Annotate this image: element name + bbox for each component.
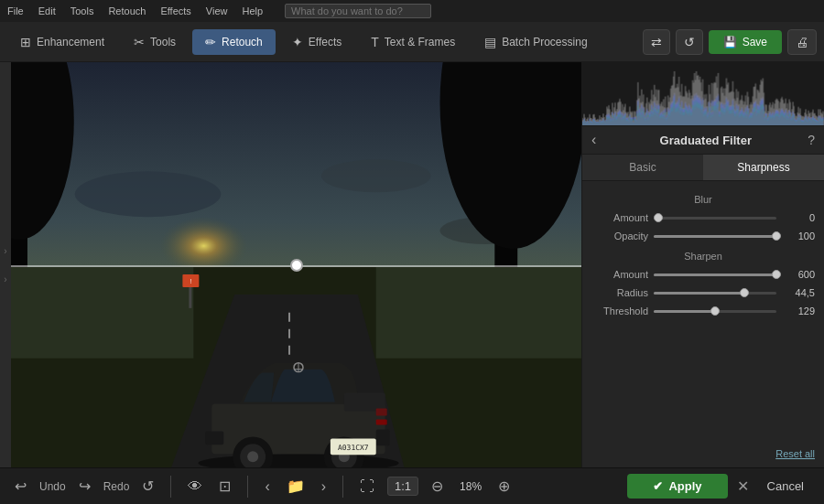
text-frames-icon: T xyxy=(371,35,379,49)
svg-rect-10 xyxy=(11,267,193,359)
reset-rotate-button[interactable]: ↺ xyxy=(138,476,157,497)
batch-icon: ▤ xyxy=(484,35,496,49)
toolbar-icon-btn-2[interactable]: ↺ xyxy=(676,29,703,55)
bottom-divider-3 xyxy=(342,476,343,498)
svg-point-23 xyxy=(247,451,258,462)
enhancement-icon: ⊞ xyxy=(20,35,31,49)
sharpen-radius-slider[interactable] xyxy=(654,292,776,295)
bottom-divider-2 xyxy=(247,476,248,498)
effects-icon: ✦ xyxy=(292,35,303,49)
canvas-area[interactable]: А031СХ7 ! xyxy=(11,62,581,467)
sharpen-threshold-slider[interactable] xyxy=(654,310,776,313)
menu-help[interactable]: Help xyxy=(242,5,263,16)
sharpen-section-label: Sharpen xyxy=(582,245,824,265)
left-arrow-icon-2: › xyxy=(4,274,6,284)
svg-rect-19 xyxy=(205,431,223,445)
gradient-filter-handle[interactable] xyxy=(290,259,303,272)
sharpen-radius-value: 44,5 xyxy=(782,287,815,298)
menu-retouch[interactable]: Retouch xyxy=(108,5,146,16)
reset-all-link[interactable]: Reset all xyxy=(775,448,815,459)
sharpen-amount-row: Amount 600 xyxy=(582,265,824,284)
svg-point-2 xyxy=(75,171,221,217)
blur-amount-value: 0 xyxy=(782,212,815,223)
sharpen-amount-value: 600 xyxy=(782,269,815,280)
cancel-button[interactable]: Cancel xyxy=(758,474,813,499)
left-collapse-panel[interactable]: › › xyxy=(0,62,11,467)
panel-tabs: Basic Sharpness xyxy=(582,155,824,181)
zoom-out-button[interactable]: ⊖ xyxy=(428,476,447,497)
sharpen-radius-label: Radius xyxy=(591,287,648,298)
tool-retouch[interactable]: ✏ Retouch xyxy=(192,29,276,55)
sharpen-amount-slider[interactable] xyxy=(654,273,776,276)
tool-tools[interactable]: ✂ Tools xyxy=(121,29,189,55)
undo-button[interactable]: ↩ xyxy=(11,476,30,497)
tools-icon: ✂ xyxy=(134,35,145,49)
save-icon: 💾 xyxy=(723,36,737,48)
apply-button[interactable]: ✔ Apply xyxy=(627,474,727,499)
histogram-canvas xyxy=(582,62,824,125)
sharpen-threshold-row: Threshold 129 xyxy=(582,302,824,320)
sharpen-radius-row: Radius 44,5 xyxy=(582,284,824,302)
blur-amount-label: Amount xyxy=(591,212,648,223)
toolbar-icon-btn-1[interactable]: ⇄ xyxy=(643,29,670,55)
tab-sharpness[interactable]: Sharpness xyxy=(703,155,824,180)
search-input[interactable] xyxy=(285,4,431,18)
folder-button[interactable]: 📁 xyxy=(283,476,309,497)
sharpen-threshold-label: Threshold xyxy=(591,306,648,316)
left-arrow-icon-1: › xyxy=(4,246,6,256)
bottom-bar: ↩ Undo ↪ Redo ↺ 👁 ⊡ ‹ 📁 › ⛶ 1:1 ⊖ 18% ⊕ … xyxy=(0,467,824,504)
reset-row: Reset all xyxy=(582,440,824,467)
panel-header: ‹ Graduated Filter ? xyxy=(582,126,824,155)
sharpen-amount-label: Amount xyxy=(591,269,648,280)
svg-rect-20 xyxy=(376,429,390,445)
retouch-icon: ✏ xyxy=(205,35,216,49)
sliders-area: Blur Amount 0 Opacity 100 Shar xyxy=(582,181,824,440)
undo-label: Undo xyxy=(39,480,66,493)
blur-opacity-row: Opacity 100 xyxy=(582,227,824,245)
histogram xyxy=(582,62,824,126)
dismiss-button[interactable]: ✕ xyxy=(733,474,753,499)
tool-batch-processing[interactable]: ▤ Batch Processing xyxy=(472,29,600,55)
main-content: › › xyxy=(0,62,824,467)
redo-button[interactable]: ↪ xyxy=(75,476,94,497)
print-button[interactable]: 🖨 xyxy=(787,29,817,55)
help-button[interactable]: ? xyxy=(808,133,815,147)
tool-text-frames[interactable]: T Text & Frames xyxy=(358,29,468,55)
tab-basic[interactable]: Basic xyxy=(582,155,703,180)
toolbar-right: ⇄ ↺ 💾 Save 🖨 xyxy=(643,29,817,55)
zoom-value: 18% xyxy=(456,480,485,493)
menu-edit[interactable]: Edit xyxy=(38,5,56,16)
tool-enhancement[interactable]: ⊞ Enhancement xyxy=(7,29,117,55)
menu-view[interactable]: View xyxy=(206,5,228,16)
toolbar: ⊞ Enhancement ✂ Tools ✏ Retouch ✦ Effect… xyxy=(0,22,824,62)
apply-checkmark-icon: ✔ xyxy=(653,479,663,493)
next-button[interactable]: › xyxy=(318,477,330,497)
blur-amount-slider[interactable] xyxy=(654,217,776,220)
ratio-button[interactable]: 1:1 xyxy=(387,477,418,496)
menu-file[interactable]: File xyxy=(7,5,24,16)
image-scene: А031СХ7 ! xyxy=(11,62,581,467)
save-button[interactable]: 💾 Save xyxy=(709,30,782,54)
blur-amount-row: Amount 0 xyxy=(582,209,824,227)
svg-text:А031СХ7: А031СХ7 xyxy=(338,444,369,452)
right-panel: ‹ Graduated Filter ? Basic Sharpness Blu… xyxy=(581,62,824,467)
prev-button[interactable]: ‹ xyxy=(261,477,273,497)
back-button[interactable]: ‹ xyxy=(591,132,596,148)
bottom-divider-1 xyxy=(170,476,171,498)
blur-opacity-label: Opacity xyxy=(591,231,648,241)
fullscreen-button[interactable]: ⛶ xyxy=(356,477,378,497)
svg-rect-27 xyxy=(376,408,387,415)
svg-text:!: ! xyxy=(190,278,191,284)
svg-rect-11 xyxy=(376,267,581,359)
menu-tools[interactable]: Tools xyxy=(70,5,94,16)
tool-effects[interactable]: ✦ Effects xyxy=(279,29,354,55)
eye-button[interactable]: 👁 xyxy=(184,477,206,497)
blur-opacity-slider[interactable] xyxy=(654,235,776,238)
zoom-in-button[interactable]: ⊕ xyxy=(494,476,514,497)
blur-opacity-value: 100 xyxy=(782,231,815,241)
panel-title: Graduated Filter xyxy=(603,134,808,147)
redo-label: Redo xyxy=(103,480,130,493)
crop-button[interactable]: ⊡ xyxy=(215,476,234,497)
bottom-right-actions: ✔ Apply ✕ Cancel xyxy=(627,474,813,499)
menu-effects[interactable]: Effects xyxy=(160,5,190,16)
